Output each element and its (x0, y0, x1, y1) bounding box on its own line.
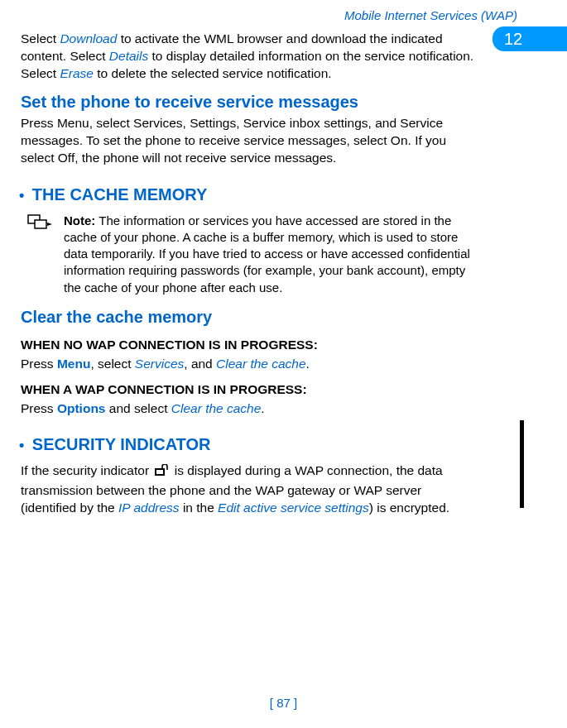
text: ) is encrypted. (369, 500, 449, 515)
erase-term: Erase (60, 66, 94, 80)
header-running-title: Mobile Internet Services (WAP) (17, 8, 517, 22)
note-block: Note: The information or services you ha… (27, 213, 480, 296)
menu-term: Menu (57, 357, 90, 371)
chapter-tab: 12 (493, 26, 567, 51)
note-label: Note: (64, 213, 95, 228)
chapter-number: 12 (504, 30, 522, 49)
clear-cache-term: Clear the cache (216, 357, 306, 371)
heading-clear-cache: Clear the cache memory (21, 306, 480, 328)
subhead-connection: WHEN A WAP CONNECTION IS IN PROGRESS: (21, 381, 480, 399)
intro-paragraph: Select Download to activate the WML brow… (21, 31, 480, 83)
content-column: Select Download to activate the WML brow… (21, 31, 480, 517)
text: If the security indicator (21, 463, 152, 477)
svg-rect-4 (156, 470, 163, 474)
note-text: Note: The information or services you ha… (64, 213, 480, 296)
page: Mobile Internet Services (WAP) 12 Select… (0, 0, 567, 728)
text: . (306, 357, 310, 371)
note-body: The information or services you have acc… (64, 213, 470, 295)
text: and select (106, 401, 171, 415)
text: Press (21, 357, 57, 371)
ip-address-term: IP address (118, 500, 180, 515)
security-body: If the security indicator is displayed d… (21, 462, 480, 517)
heading-text: SECURITY INDICATOR (27, 435, 210, 453)
side-marker (520, 420, 524, 508)
text: Select (21, 31, 60, 46)
no-connection-body: Press Menu, select Services, and Clear t… (21, 356, 480, 373)
text: , select (90, 357, 134, 371)
set-phone-body: Press Menu, select Services, Settings, S… (21, 115, 480, 167)
services-term: Services (135, 357, 184, 371)
clear-cache-term: Clear the cache (171, 401, 262, 415)
bullet-icon: • (19, 187, 24, 204)
edit-settings-term: Edit active service settings (218, 500, 369, 515)
note-icon (27, 214, 52, 236)
text: , and (184, 357, 216, 371)
text: to delete the selected service notificat… (94, 66, 332, 80)
details-term: Details (109, 49, 148, 63)
text: Press (21, 401, 57, 415)
options-term: Options (57, 401, 106, 415)
heading-text: THE CACHE MEMORY (27, 185, 207, 204)
text: . (261, 401, 264, 415)
download-term: Download (60, 31, 117, 46)
heading-cache-memory: • THE CACHE MEMORY (19, 184, 480, 206)
heading-security-indicator: • SECURITY INDICATOR (19, 433, 480, 456)
subhead-no-connection: WHEN NO WAP CONNECTION IS IN PROGRESS: (21, 337, 480, 354)
page-number: [ 87 ] (0, 696, 567, 710)
svg-marker-2 (47, 223, 52, 226)
bullet-icon: • (19, 437, 24, 453)
heading-set-phone: Set the phone to receive service message… (21, 91, 480, 113)
text: in the (180, 500, 219, 515)
connection-body: Press Options and select Clear the cache… (21, 400, 480, 418)
security-lock-icon (154, 464, 169, 482)
svg-rect-1 (35, 220, 46, 228)
